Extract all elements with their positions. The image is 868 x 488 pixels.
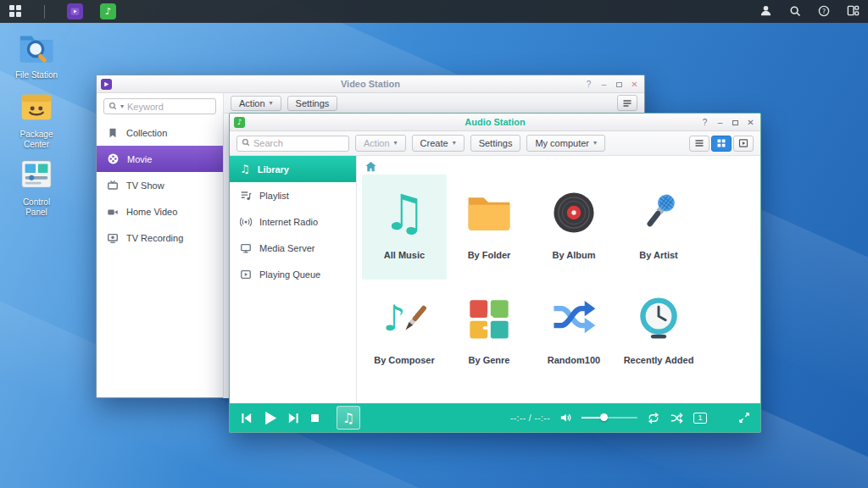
minimize-button[interactable]: –	[598, 79, 610, 91]
sidebar-item-label: TV Show	[126, 180, 164, 191]
video-station-app-icon	[67, 3, 83, 19]
instant-search-toggle[interactable]: 1	[693, 413, 707, 424]
now-playing-thumbnail[interactable]: ♫	[337, 406, 360, 430]
svg-text:?: ?	[822, 7, 826, 14]
user-icon	[760, 4, 772, 19]
grid-item-by-artist[interactable]: By Artist	[616, 175, 701, 280]
widgets-button[interactable]	[838, 0, 868, 23]
play-icon	[262, 410, 278, 426]
vinyl-record-icon	[549, 181, 598, 244]
video-station-titlebar[interactable]: Video Station ? – ✕	[97, 75, 644, 93]
desktop-icon-package-center[interactable]: Package Center	[8, 87, 64, 149]
settings-button[interactable]: Settings	[470, 135, 521, 152]
grid-item-by-album[interactable]: By Album	[531, 175, 616, 280]
audio-search-box[interactable]	[236, 136, 349, 152]
maximize-button[interactable]	[729, 117, 742, 129]
grid-view-button[interactable]	[711, 136, 732, 152]
help-button[interactable]: ?	[582, 79, 595, 91]
sidebar-item-media-server[interactable]: Media Server	[230, 235, 356, 261]
list-view-button[interactable]	[689, 136, 709, 152]
grid-item-all-music[interactable]: ♫ All Music	[362, 175, 447, 280]
list-lines-icon	[622, 98, 632, 108]
user-menu-button[interactable]	[751, 0, 781, 23]
close-button[interactable]: ✕	[628, 79, 641, 91]
audio-station-window: ♪ Audio Station ? – ✕ Action ▾ Create ▾ …	[229, 113, 761, 433]
control-panel-icon	[17, 155, 56, 196]
create-dropdown[interactable]: Create ▾	[412, 135, 465, 152]
grid-item-recently-added[interactable]: Recently Added	[616, 280, 701, 385]
sidebar-item-tv-show[interactable]: TV Show	[97, 172, 223, 198]
sidebar-item-movie[interactable]: Movie	[97, 146, 223, 172]
grid-item-by-composer[interactable]: ♪ By Composer	[362, 280, 447, 385]
action-dropdown[interactable]: Action ▾	[355, 135, 406, 152]
minimize-player-button[interactable]	[738, 412, 750, 424]
home-icon[interactable]	[364, 160, 377, 175]
mute-button[interactable]	[559, 412, 572, 424]
audio-station-icon: ♪	[234, 117, 245, 128]
repeat-button[interactable]	[647, 412, 660, 424]
grid-item-random100[interactable]: Random100	[531, 280, 616, 385]
sidebar-item-label: Internet Radio	[259, 217, 318, 227]
genre-icon: ♪	[465, 286, 514, 349]
shuffle-icon	[549, 286, 598, 349]
taskbar-app-audio-station[interactable]: ♪	[92, 0, 125, 23]
tv-icon	[107, 180, 119, 191]
volume-knob[interactable]	[600, 413, 608, 421]
minimize-button[interactable]: –	[714, 117, 726, 129]
svg-text:♪: ♪	[481, 309, 495, 335]
window-controls: ? – ✕	[698, 114, 757, 131]
action-label: Action	[364, 138, 390, 148]
desktop-icon-file-station[interactable]: File Station	[8, 28, 64, 80]
sidebar-item-playlist[interactable]: Playlist	[230, 182, 356, 208]
sidebar-item-home-video[interactable]: Home Video	[97, 198, 223, 225]
sidebar-item-internet-radio[interactable]: Internet Radio	[230, 208, 356, 235]
previous-button[interactable]	[240, 412, 253, 424]
desktop-icon-control-panel[interactable]: Control Panel	[8, 155, 64, 217]
help-button[interactable]: ?	[698, 117, 711, 129]
sort-options-button[interactable]	[617, 95, 637, 111]
my-computer-dropdown[interactable]: My computer ▾	[526, 135, 605, 152]
help-menu-button[interactable]: ?	[810, 0, 838, 23]
sidebar-item-playing-queue[interactable]: Playing Queue	[230, 261, 356, 287]
main-menu-icon	[8, 4, 22, 19]
maximize-button[interactable]	[613, 79, 626, 91]
taskbar-right: ?	[751, 0, 868, 23]
clock-icon	[634, 286, 683, 349]
main-menu-button[interactable]	[0, 0, 31, 23]
volume-icon	[559, 412, 572, 424]
grid-item-by-genre[interactable]: ♪ By Genre	[447, 280, 531, 385]
taskbar-app-video-station[interactable]	[58, 0, 92, 23]
close-button[interactable]: ✕	[744, 117, 757, 129]
audio-station-titlebar[interactable]: ♪ Audio Station ? – ✕	[230, 114, 760, 131]
cover-view-button[interactable]	[733, 136, 754, 152]
package-center-icon	[17, 87, 56, 128]
shuffle-button[interactable]	[670, 412, 684, 424]
video-station-toolbar: Action ▾ Settings	[224, 93, 644, 114]
sidebar-item-collection[interactable]: Collection	[97, 119, 223, 146]
settings-button[interactable]: Settings	[287, 96, 338, 111]
library-grid: ♫ All Music By Folder By Album	[357, 175, 760, 385]
skip-forward-icon	[287, 412, 300, 424]
video-search-input[interactable]	[127, 102, 211, 112]
volume-slider[interactable]	[581, 413, 637, 422]
grid-item-label: All Music	[384, 250, 425, 260]
resize-arrows-icon	[738, 412, 750, 424]
sidebar-item-library[interactable]: ♫ Library	[230, 156, 356, 182]
search-button[interactable]	[781, 0, 810, 23]
stop-icon	[309, 413, 320, 424]
sidebar-item-tv-recording[interactable]: TV Recording	[97, 225, 223, 251]
audio-search-input[interactable]	[253, 138, 344, 148]
sidebar-item-label: Library	[258, 164, 289, 175]
play-button[interactable]	[262, 410, 278, 426]
action-dropdown[interactable]: Action ▾	[231, 96, 281, 111]
svg-text:♪: ♪	[383, 297, 406, 339]
action-label: Action	[239, 98, 265, 108]
next-button[interactable]	[287, 412, 300, 424]
grid-item-by-folder[interactable]: By Folder	[447, 175, 531, 280]
chevron-down-icon: ▾	[394, 140, 398, 147]
stop-button[interactable]	[309, 413, 320, 424]
radio-icon	[240, 216, 252, 228]
video-camera-icon	[107, 206, 119, 218]
video-search-box[interactable]: ▾	[103, 98, 216, 114]
audio-station-sidebar: ♫ Library Playlist Internet Radio Media …	[230, 156, 357, 404]
